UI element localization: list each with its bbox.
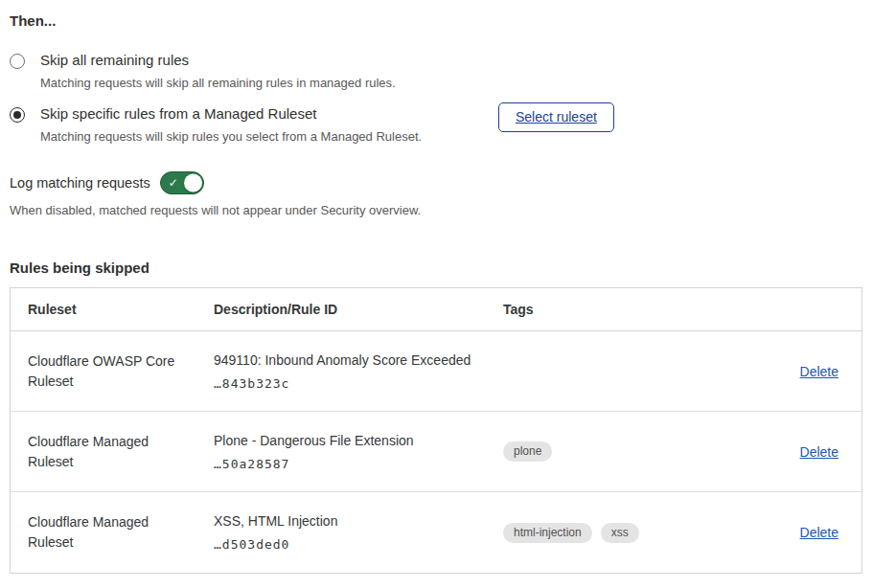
option-desc-skip-all: Matching requests will skip all remainin…	[40, 76, 491, 90]
option-label-skip-all[interactable]: Skip all remaining rules	[40, 52, 491, 69]
ruleset-cell: Cloudflare Managed Ruleset	[28, 512, 186, 553]
select-ruleset-button[interactable]: Select ruleset	[498, 102, 614, 132]
tag-pill: html-injection	[503, 523, 592, 543]
description-cell: Plone - Dangerous File Extension …50a285…	[214, 433, 503, 471]
description-cell: XSS, HTML Injection …d503ded0	[214, 513, 503, 552]
delete-link[interactable]: Delete	[800, 364, 839, 379]
delete-link[interactable]: Delete	[800, 525, 839, 540]
option-desc-skip-specific: Matching requests will skip rules you se…	[40, 129, 491, 144]
rule-id: …50a28587	[214, 457, 503, 471]
option-label-skip-specific[interactable]: Skip specific rules from a Managed Rules…	[40, 105, 491, 123]
rule-description: XSS, HTML Injection	[214, 513, 503, 529]
tags-cell: plone	[503, 441, 747, 462]
table-row: Cloudflare OWASP Core Ruleset 949110: In…	[11, 331, 862, 412]
column-header-tags: Tags	[503, 302, 747, 317]
toggle-knob[interactable]	[184, 174, 202, 192]
skip-rules-panel: Then... Skip all remaining rules Matchin…	[0, 0, 873, 574]
radio-skip-all-remaining[interactable]	[10, 54, 25, 69]
log-toggle-label: Log matching requests	[10, 175, 150, 191]
column-header-ruleset: Ruleset	[28, 302, 214, 317]
table-row: Cloudflare Managed Ruleset Plone - Dange…	[11, 412, 862, 492]
log-toggle-switch[interactable]: ✓	[160, 171, 204, 194]
rule-description: Plone - Dangerous File Extension	[214, 433, 503, 448]
description-cell: 949110: Inbound Anomaly Score Exceeded ……	[214, 352, 503, 391]
ruleset-cell: Cloudflare Managed Ruleset	[28, 432, 186, 472]
table-row: Cloudflare Managed Ruleset XSS, HTML Inj…	[11, 492, 862, 573]
rules-table: Ruleset Description/Rule ID Tags Cloudfl…	[10, 287, 862, 574]
delete-link[interactable]: Delete	[800, 444, 839, 460]
ruleset-cell: Cloudflare OWASP Core Ruleset	[28, 351, 186, 392]
rule-description: 949110: Inbound Anomaly Score Exceeded	[214, 352, 503, 368]
check-icon: ✓	[169, 177, 178, 189]
rule-id: …d503ded0	[214, 537, 503, 552]
option-skip-specific-rules: Skip specific rules from a Managed Rules…	[10, 105, 862, 144]
rules-table-body: Cloudflare OWASP Core Ruleset 949110: In…	[11, 331, 862, 573]
log-matching-requests-row: Log matching requests ✓	[10, 171, 862, 194]
then-heading: Then...	[10, 12, 862, 29]
tag-pill: plone	[503, 441, 552, 462]
tags-cell: html-injectionxss	[503, 523, 747, 543]
rules-table-header: Ruleset Description/Rule ID Tags	[11, 288, 862, 331]
rules-table-heading: Rules being skipped	[10, 260, 862, 276]
rule-id: …843b323c	[214, 376, 503, 391]
option-skip-all-remaining-rules: Skip all remaining rules Matching reques…	[10, 52, 862, 90]
radio-skip-specific[interactable]	[10, 107, 25, 123]
column-header-description: Description/Rule ID	[214, 302, 503, 317]
tag-pill: xss	[601, 523, 639, 543]
log-toggle-description: When disabled, matched requests will not…	[10, 203, 862, 217]
